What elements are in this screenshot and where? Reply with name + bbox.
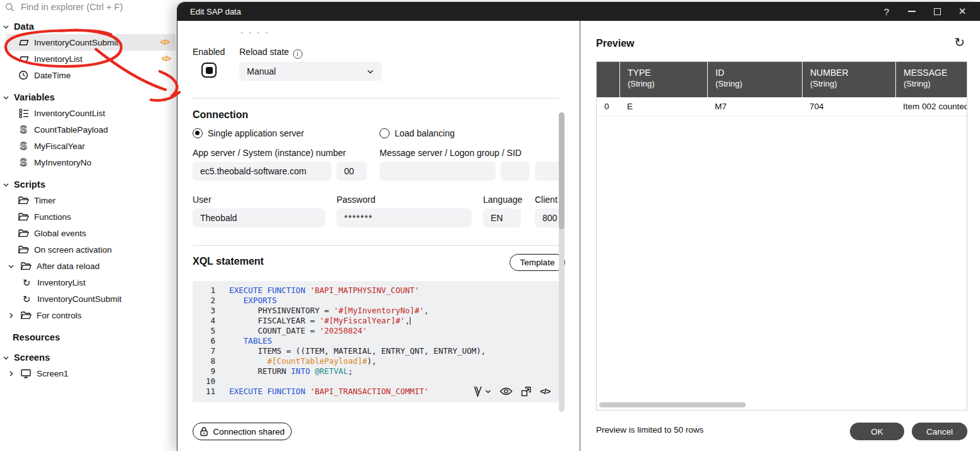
logon-group-input[interactable] (501, 162, 530, 181)
connection-shared-button[interactable]: Connection shared (193, 423, 292, 440)
xql-code-editor[interactable]: 1234567891011 EXECUTE FUNCTION 'BAPI_MAT… (193, 281, 559, 402)
code-view-button[interactable]: </> (540, 387, 550, 397)
divider (193, 98, 559, 99)
monitor-icon (20, 368, 32, 378)
refresh-icon: ↻ (21, 278, 32, 287)
message-cell: Item 002 counted (n (895, 102, 967, 111)
tree-section-scripts[interactable]: Scripts (0, 177, 177, 192)
tree-section-variables[interactable]: Variables (0, 90, 177, 105)
preview-table-header: TYPE(String) ID(String) NUMBER(String) M… (597, 62, 967, 97)
chevron-down-icon[interactable] (8, 263, 15, 270)
load-balancing-radio[interactable]: Load balancing (379, 128, 455, 138)
server-mode-radios: Single application server Load balancing (193, 128, 565, 138)
table-row[interactable]: 0 E M7 704 Item 002 counted (n (597, 97, 967, 116)
radio-selected-icon (193, 128, 203, 138)
single-app-server-radio[interactable]: Single application server (193, 128, 304, 138)
column-header-type: TYPE(String) (619, 62, 707, 97)
password-input[interactable]: ******* (337, 208, 472, 227)
enabled-toggle[interactable] (201, 63, 217, 78)
table-horizontal-scrollbar[interactable] (599, 402, 746, 407)
tree-item-global-events[interactable]: Global events (0, 225, 177, 241)
help-button[interactable]: ? (874, 2, 899, 21)
language-input[interactable]: EN (483, 208, 521, 227)
tree-item-for-controls[interactable]: For controls (0, 307, 177, 323)
tree-item-after-data-reload[interactable]: After data reload (0, 258, 177, 274)
divider (193, 245, 559, 246)
svg-text:S: S (20, 124, 27, 135)
preview-table: TYPE(String) ID(String) NUMBER(String) M… (596, 61, 967, 411)
type-cell: E (619, 102, 707, 111)
password-label: Password (337, 195, 375, 205)
folder-icon (18, 228, 29, 238)
search-icon (5, 3, 15, 12)
xql-gutter: 1234567891011 (193, 286, 215, 397)
client-label: Client (535, 195, 558, 205)
tree-item-inventorycountlist[interactable]: InventoryCountList (0, 105, 177, 121)
preview-eye-button[interactable] (499, 387, 513, 396)
tree-item-after-reload-inventorycountsubmit[interactable]: ↻ InventoryCountSubmit (0, 291, 177, 307)
dialog-titlebar[interactable]: Edit SAP data ? ✕ (177, 2, 980, 21)
enabled-label: Enabled (193, 47, 225, 57)
string-variable-icon: S (18, 124, 29, 135)
tree-item-on-screen-activation[interactable]: On screen activation (0, 241, 177, 258)
info-icon[interactable]: i (293, 49, 302, 59)
maximize-button[interactable] (924, 2, 950, 21)
tree-item-inventorycountsubmit[interactable]: InventoryCountSubmit </> (6, 34, 176, 51)
scrollbar-thumb[interactable] (559, 112, 565, 229)
folder-icon (18, 212, 29, 222)
user-label: User (193, 195, 212, 205)
dialog-title: Edit SAP data (190, 7, 241, 16)
minimize-icon (908, 11, 916, 12)
close-button[interactable]: ✕ (950, 2, 975, 21)
reload-state-dropdown[interactable]: Manual (239, 62, 382, 81)
tree-item-screen1[interactable]: Screen1 (0, 365, 177, 382)
chevron-right-icon[interactable] (8, 370, 15, 377)
tree-item-myfiscalyear[interactable]: S MyFiscalYear (0, 138, 177, 154)
row-index-cell: 0 (597, 102, 619, 111)
column-header-id: ID(String) (707, 62, 802, 97)
chevron-down-icon[interactable] (3, 94, 10, 101)
app-server-input[interactable]: ec5.theobald-software.com (193, 162, 332, 181)
tree-section-data[interactable]: Data (0, 19, 177, 34)
code-badge-icon[interactable]: </> (160, 38, 169, 47)
preview-pane: Preview ↻ TYPE(String) ID(String) NUMBER… (580, 21, 980, 451)
lock-icon (200, 426, 208, 436)
tree-section-screens[interactable]: Screens (0, 350, 177, 365)
template-button[interactable]: Template (510, 254, 565, 271)
chevron-down-icon[interactable] (3, 354, 10, 361)
app-server-label: App server / System (instance) number (193, 148, 346, 158)
id-cell: M7 (707, 102, 802, 111)
tree-item-datetime[interactable]: DateTime (0, 67, 177, 83)
minimize-button[interactable] (899, 2, 924, 21)
folder-icon (18, 244, 29, 255)
user-input[interactable]: Theobald (193, 208, 325, 227)
tree-item-inventorylist[interactable]: InventoryList </> (0, 51, 177, 67)
cancel-button[interactable]: Cancel (912, 423, 967, 440)
tree-item-functions[interactable]: Functions (0, 208, 177, 225)
tree-item-myinventoryno[interactable]: S MyInventoryNo (0, 154, 177, 171)
chevron-right-icon[interactable] (8, 312, 15, 319)
chevron-down-icon[interactable] (3, 181, 10, 188)
tree-item-counttablepayload[interactable]: S CountTablePayload (0, 121, 177, 138)
chevron-down-icon[interactable] (3, 23, 10, 30)
variables-picker-button[interactable] (473, 385, 491, 397)
tree-section-resources[interactable]: Resources (0, 330, 177, 345)
connection-heading: Connection (193, 109, 248, 121)
explorer-search[interactable]: Find in explorer (Ctrl + F) (0, 0, 177, 14)
reload-state-label: Reload statei (239, 47, 302, 59)
refresh-preview-icon[interactable]: ↻ (954, 36, 965, 49)
ok-button[interactable]: OK (850, 423, 904, 440)
tree-item-after-reload-inventorylist[interactable]: ↻ InventoryList (0, 274, 177, 291)
form-scrollbar[interactable] (559, 112, 565, 412)
open-window-button[interactable] (521, 386, 532, 397)
search-placeholder: Find in explorer (Ctrl + F) (21, 2, 123, 12)
code-badge-icon[interactable]: </> (162, 54, 170, 63)
message-server-input[interactable] (379, 162, 496, 181)
preview-heading: Preview (596, 38, 634, 49)
chevron-down-icon (366, 68, 374, 76)
instance-number-input[interactable]: 00 (337, 162, 367, 181)
tree-item-timer[interactable]: Timer (0, 192, 177, 208)
editor-toolbar: </> (473, 385, 550, 397)
preview-limit-note: Preview is limited to 50 rows (596, 425, 703, 435)
toggle-check (206, 67, 213, 74)
